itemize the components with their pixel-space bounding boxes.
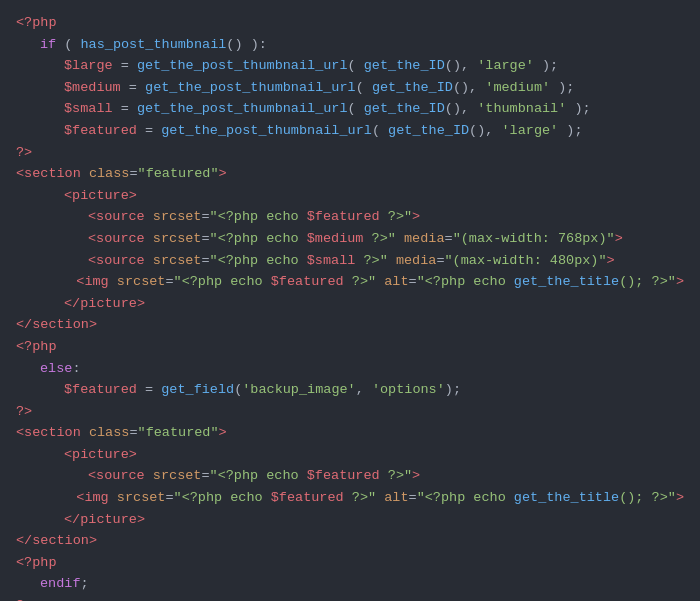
code-line-19: ?> <box>16 401 684 423</box>
string-backup-image: 'backup_image' <box>242 379 355 401</box>
get-id-func3: get_the_ID <box>364 98 445 120</box>
code-line-21: <picture> <box>16 444 684 466</box>
get-id-func4: get_the_ID <box>388 120 469 142</box>
code-line-23: <img srcset = "<?php echo $featured ?>" … <box>16 487 684 509</box>
section-open-tag: <section <box>16 163 81 185</box>
get-thumbnail-url-func4: get_the_post_thumbnail_url <box>161 120 372 142</box>
var-large: $large <box>64 55 113 77</box>
get-thumbnail-url-func3: get_the_post_thumbnail_url <box>137 98 348 120</box>
code-line-7: ?> <box>16 142 684 164</box>
php-open-tag2: <?php <box>16 336 57 358</box>
get-thumbnail-url-func2: get_the_post_thumbnail_url <box>145 77 356 99</box>
code-line-16: <?php <box>16 336 684 358</box>
var-featured2: $featured <box>64 379 137 401</box>
php-open-tag: <?php <box>16 12 57 34</box>
var-medium: $medium <box>64 77 121 99</box>
string-medium: 'medium' <box>485 77 550 99</box>
code-line-20: <section class = "featured" > <box>16 422 684 444</box>
picture-open-tag: <picture> <box>64 185 137 207</box>
code-line-8: <section class = "featured" > <box>16 163 684 185</box>
code-line-26: <?php <box>16 552 684 574</box>
featured-class-val: "featured" <box>138 163 219 185</box>
code-line-12: <source srcset = "<?php echo $small ?>" … <box>16 250 684 272</box>
get-field-func: get_field <box>161 379 234 401</box>
var-featured: $featured <box>64 120 137 142</box>
code-line-27: endif ; <box>16 573 684 595</box>
string-options: 'options' <box>372 379 445 401</box>
string-large2: 'large' <box>502 120 559 142</box>
code-line-17: else : <box>16 358 684 380</box>
code-line-10: <source srcset = "<?php echo $featured ?… <box>16 206 684 228</box>
code-line-3: $large = get_the_post_thumbnail_url ( ge… <box>16 55 684 77</box>
else-keyword: else <box>40 358 72 380</box>
code-line-24: </picture> <box>16 509 684 531</box>
string-large: 'large' <box>477 55 534 77</box>
code-line-5: $small = get_the_post_thumbnail_url ( ge… <box>16 98 684 120</box>
has-post-thumbnail-func: has_post_thumbnail <box>81 34 227 56</box>
code-line-18: $featured = get_field ( 'backup_image' ,… <box>16 379 684 401</box>
code-editor: <?php if ( has_post_thumbnail () ): $lar… <box>0 0 700 601</box>
code-line-22: <source srcset = "<?php echo $featured ?… <box>16 465 684 487</box>
if-keyword: if <box>40 34 56 56</box>
php-close-tag3: ?> <box>16 595 32 601</box>
get-id-func: get_the_ID <box>364 55 445 77</box>
picture-close-tag: </picture> <box>64 293 145 315</box>
code-line-1: <?php <box>16 12 684 34</box>
code-line-2: if ( has_post_thumbnail () ): <box>16 34 684 56</box>
get-thumbnail-url-func: get_the_post_thumbnail_url <box>137 55 348 77</box>
get-id-func2: get_the_ID <box>372 77 453 99</box>
code-line-14: </picture> <box>16 293 684 315</box>
var-small: $small <box>64 98 113 120</box>
code-line-25: </section> <box>16 530 684 552</box>
string-thumbnail: 'thumbnail' <box>477 98 566 120</box>
code-line-4: $medium = get_the_post_thumbnail_url ( g… <box>16 77 684 99</box>
php-close-tag: ?> <box>16 142 32 164</box>
php-close-tag2: ?> <box>16 401 32 423</box>
section-close-tag: </section> <box>16 314 97 336</box>
code-line-9: <picture> <box>16 185 684 207</box>
code-line-13: <img srcset = "<?php echo $featured ?>" … <box>16 271 684 293</box>
endif-keyword: endif <box>40 573 81 595</box>
code-line-15: </section> <box>16 314 684 336</box>
code-line-6: $featured = get_the_post_thumbnail_url (… <box>16 120 684 142</box>
class-attr: class <box>89 163 130 185</box>
code-line-11: <source srcset = "<?php echo $medium ?>"… <box>16 228 684 250</box>
code-line-28: ?> <box>16 595 684 601</box>
php-open-tag3: <?php <box>16 552 57 574</box>
